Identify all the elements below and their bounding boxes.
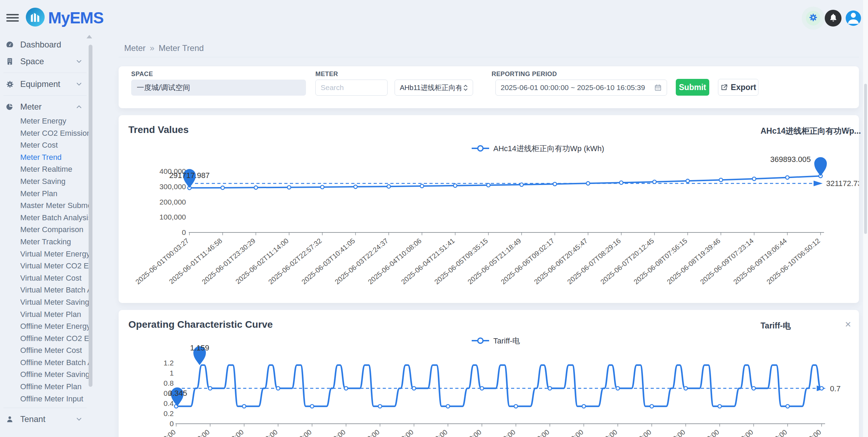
data-point-marker [310,405,314,408]
space-input[interactable]: 一度城/调试空间 [131,80,306,96]
x-tick-label: 12:00:00 [321,428,347,437]
sidebar-item-tenant[interactable]: Tenant [0,411,90,428]
sidebar-item-meter-cost[interactable]: Meter Cost [0,139,90,151]
data-point-marker [753,177,756,180]
sidebar-item-meter-batch-analysis[interactable]: Meter Batch Analysis [0,212,90,224]
sidebar-item-offline-meter-plan[interactable]: Offline Meter Plan [0,381,90,393]
max-value-label: 1.159 [190,343,209,352]
max-pin-marker [814,157,827,176]
sidebar-item-meter-comparison[interactable]: Meter Comparison [0,224,90,236]
meter-search-input[interactable]: Search [315,80,388,96]
meter-select[interactable]: AHb11进线柜正向有功Wp [395,80,473,96]
x-tick-label: 00:00:00 [763,428,788,437]
page-scrollbar-thumb[interactable] [864,84,867,234]
data-point-marker [718,405,721,408]
data-point-marker [686,179,689,183]
x-tick-label: 2025-06-04T21:51:41 [400,237,456,286]
sidebar-item-virtual-meter-batch-analysis[interactable]: Virtual Meter Batch Analysis [0,284,90,296]
topbar: MyEMS [0,0,868,35]
settings-gear-icon[interactable] [806,11,821,25]
x-tick-label: 2025-06-04T10:08:06 [367,237,423,286]
breadcrumb: Meter » Meter Trend [119,39,859,57]
occ-card-tab[interactable]: Tariff-电 [761,320,791,331]
hamburger-menu-icon[interactable] [6,14,19,22]
trend-tab-close-icon[interactable]: × [845,124,851,135]
equipment-gear-icon [5,80,14,88]
sidebar-item-offline-meter-input[interactable]: Offline Meter Input [0,393,90,405]
x-tick-label: 2025-06-01T23:30:29 [200,237,257,286]
meter-label: METER [315,71,338,78]
x-tick-label: 2025-06-08T07:56:15 [632,237,689,286]
reporting-period-input[interactable]: 2025-06-01 00:00:00 ~ 2025-06-10 16:05:3… [495,80,667,96]
sidebar-item-label: Meter [20,102,42,112]
sidebar-item-equipment[interactable]: Equipment [0,76,90,92]
data-point-marker [378,405,382,408]
average-arrow [814,180,823,186]
sidebar-item-meter-realtime[interactable]: Meter Realtime [0,163,90,176]
data-point-marker [412,387,416,390]
data-point-marker [242,405,246,408]
chevron-down-icon [76,60,82,63]
topbar-actions [806,10,861,27]
user-avatar-icon[interactable] [846,10,861,26]
breadcrumb-meter-trend[interactable]: Meter Trend [159,43,204,53]
sidebar-item-meter-tracking[interactable]: Meter Tracking [0,236,90,248]
tenant-person-icon [5,415,14,423]
export-icon [720,84,728,91]
y-tick-label: 200,000 [159,198,186,206]
sidebar-item-meter-co2-emissions[interactable]: Meter CO2 Emissions [0,127,90,140]
y-tick-label: 0 [170,420,174,428]
breadcrumb-separator: » [150,43,154,53]
x-tick-label: 00:00:00 [355,428,381,437]
data-point-marker [616,387,620,390]
x-tick-label: 12:00:00 [457,428,483,437]
notifications-bell-icon[interactable] [825,10,841,27]
sidebar-item-meter-trend[interactable]: Meter Trend [0,151,90,164]
sidebar-item-offline-meter-energy[interactable]: Offline Meter Energy [0,320,90,333]
y-tick-label: 1 [170,369,174,377]
chevron-down-icon [76,417,82,421]
sidebar-item-meter[interactable]: Meter [0,98,90,115]
y-tick-label: 0 [182,228,186,236]
legend-label[interactable]: AHc14进线柜正向有功Wp (kWh) [493,144,604,153]
legend-label[interactable]: Tariff-电 [493,336,520,345]
data-point-marker [254,186,257,189]
x-tick-label: 2025-06-10T06:50:12 [765,237,822,286]
sidebar-item-offline-meter-saving[interactable]: Offline Meter Saving [0,369,90,381]
sidebar-item-virtual-meter-plan[interactable]: Virtual Meter Plan [0,309,90,321]
sidebar-item-offline-meter-co2-emissions[interactable]: Offline Meter CO2 Emissions [0,333,90,345]
breadcrumb-meter[interactable]: Meter [124,43,145,53]
x-tick-label: 2025-06-05T09:35:15 [433,237,489,286]
sidebar-item-meter-energy[interactable]: Meter Energy [0,115,90,127]
data-point-marker [221,186,224,190]
trend-values-card: AHc14进线柜正向有功Wp (kWh)0100,000200,000300,0… [119,115,859,303]
sidebar-item-space[interactable]: Space [0,53,90,70]
sidebar-item-virtual-meter-saving[interactable]: Virtual Meter Saving [0,296,90,309]
x-tick-label: 12:00:00 [729,428,755,437]
occ-tab-close-icon[interactable]: × [845,318,851,330]
sidebar-item-meter-plan[interactable]: Meter Plan [0,188,90,200]
myems-logo-icon [26,8,45,28]
data-point-marker [487,183,490,187]
export-button[interactable]: Export [718,79,758,96]
chevron-down-icon [76,82,82,86]
sidebar-item-offline-meter-batch-analysis[interactable]: Offline Meter Batch Analysis [0,357,90,369]
sidebar-item-virtual-meter-co2-emissions[interactable]: Virtual Meter CO2 Emissions [0,260,90,272]
sidebar-item-virtual-meter-cost[interactable]: Virtual Meter Cost [0,272,90,284]
data-point-marker [586,182,590,185]
sidebar-scrollbar[interactable] [89,45,92,387]
brand-logo[interactable]: MyEMS [26,8,104,28]
page-scrollbar[interactable] [863,0,868,437]
gauge-icon [5,40,14,49]
sidebar-item-master-meter-submeters-balance[interactable]: Master Meter Submeters Balance [0,200,90,212]
sidebar-item-offline-meter-cost[interactable]: Offline Meter Cost [0,345,90,357]
data-point-marker [446,405,450,408]
sidebar-item-dashboard[interactable]: Dashboard [0,36,90,53]
sidebar-item-meter-saving[interactable]: Meter Saving [0,176,90,188]
sidebar-item-virtual-meter-energy[interactable]: Virtual Meter Energy [0,248,90,260]
submit-button[interactable]: Submit [676,79,709,96]
data-point-marker [387,185,390,188]
x-tick-label: 00:00:00 [151,428,177,437]
x-tick-label: 00:00:00 [695,428,721,437]
data-point-marker [684,387,688,390]
